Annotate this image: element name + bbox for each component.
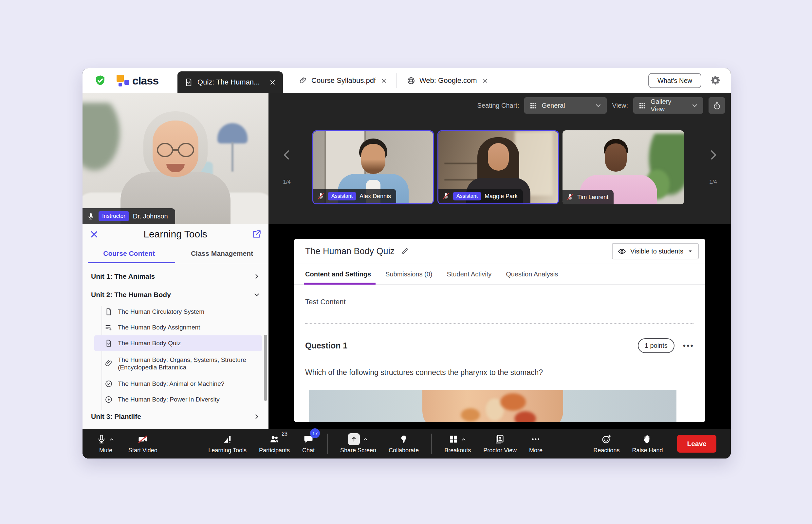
tab-question-analysis[interactable]: Question Analysis bbox=[506, 264, 558, 284]
share-screen-icon bbox=[348, 433, 360, 445]
toolbar-center-group: Learning Tools 23 Participants 17 bbox=[208, 433, 543, 454]
close-tab-icon[interactable] bbox=[482, 78, 488, 83]
tab-quiz[interactable]: Quiz: The Human... bbox=[178, 71, 283, 93]
chevron-up-icon[interactable] bbox=[363, 437, 368, 442]
page-indicator: 1/4 bbox=[283, 179, 291, 185]
close-panel-icon[interactable] bbox=[90, 230, 99, 239]
item-label: The Human Body: Organs, Systems, Structu… bbox=[118, 356, 249, 371]
question-menu-icon[interactable]: ••• bbox=[683, 342, 694, 350]
globe-icon bbox=[407, 77, 415, 85]
tab-quiz-label: Quiz: The Human... bbox=[197, 78, 260, 86]
visibility-label: Visible to students bbox=[630, 248, 683, 255]
learning-tools-panel: Learning Tools Course Content Class Mana… bbox=[83, 224, 268, 429]
quiz-panel-header: The Human Body Quiz Visible to students bbox=[294, 239, 705, 264]
whats-new-button[interactable]: What's New bbox=[648, 73, 701, 88]
instructor-name-bar: Instructor Dr. Johnson bbox=[83, 208, 175, 224]
reactions-button[interactable]: Reactions bbox=[593, 433, 619, 454]
proctor-view-button[interactable]: Proctor View bbox=[483, 433, 517, 454]
caret-down-icon bbox=[687, 249, 693, 254]
instructor-video[interactable]: Instructor Dr. Johnson bbox=[83, 93, 268, 224]
attachment-icon bbox=[105, 360, 113, 367]
seating-chart-label: Seating Chart: bbox=[477, 102, 519, 109]
toolbar-left-group: Mute Start Video bbox=[97, 433, 158, 454]
panel-scrollbar[interactable] bbox=[264, 335, 267, 401]
course-content-list: Unit 1: The Animals Unit 2: The Human Bo… bbox=[83, 263, 268, 429]
unit-row-human-body[interactable]: Unit 2: The Human Body bbox=[83, 285, 268, 304]
mic-muted-icon bbox=[442, 193, 450, 200]
chevron-right-icon bbox=[253, 273, 260, 280]
chat-unread-badge: 17 bbox=[310, 428, 320, 438]
tab-course-content[interactable]: Course Content bbox=[83, 244, 176, 263]
seating-chart-dropdown[interactable]: General bbox=[524, 97, 607, 114]
dotted-divider bbox=[305, 323, 694, 324]
view-dropdown[interactable]: Gallery View bbox=[633, 97, 703, 114]
tab-content-settings[interactable]: Content and Settings bbox=[305, 264, 371, 284]
list-item-circulatory[interactable]: The Human Circulatory System bbox=[83, 304, 268, 320]
popout-icon[interactable] bbox=[252, 230, 261, 239]
mic-muted-icon bbox=[317, 193, 325, 200]
instructor-badge: Instructor bbox=[99, 211, 129, 221]
leave-button[interactable]: Leave bbox=[677, 435, 716, 453]
video-tile-maggie[interactable]: Assistant Maggie Park bbox=[437, 130, 559, 204]
list-item-organs[interactable]: The Human Body: Organs, Systems, Structu… bbox=[83, 351, 268, 376]
list-item-quiz-selected[interactable]: The Human Body Quiz bbox=[94, 335, 262, 351]
edit-title-pencil-icon[interactable] bbox=[400, 247, 409, 256]
start-video-button[interactable]: Start Video bbox=[128, 433, 158, 454]
view-label: View: bbox=[612, 102, 628, 109]
close-tab-icon[interactable] bbox=[269, 79, 276, 85]
video-tile-alex[interactable]: Assistant Alex Dennis bbox=[312, 130, 434, 204]
unit-row-plantlife[interactable]: Unit 3: Plantlife bbox=[83, 407, 268, 426]
chevron-down-icon bbox=[692, 102, 698, 109]
tab-student-activity[interactable]: Student Activity bbox=[447, 264, 492, 284]
breakouts-button[interactable]: Breakouts bbox=[444, 433, 471, 454]
next-page-icon[interactable] bbox=[707, 148, 719, 162]
previous-page-icon[interactable] bbox=[281, 148, 293, 162]
tab-syllabus[interactable]: Course Syllabus.pdf bbox=[292, 68, 394, 93]
chevron-up-icon[interactable] bbox=[461, 437, 467, 442]
chevron-up-icon[interactable] bbox=[109, 437, 115, 442]
list-item-power-diversity[interactable]: The Human Body: Power in Diversity bbox=[83, 392, 268, 407]
quiz-body: Test Content Question 1 1 points ••• Whi… bbox=[294, 284, 705, 422]
learning-tools-icon bbox=[222, 434, 232, 444]
quiz-title: The Human Body Quiz bbox=[305, 246, 395, 257]
mute-button[interactable]: Mute bbox=[97, 433, 115, 454]
toolbar-divider bbox=[327, 433, 328, 454]
unit-3-label: Unit 3: Plantlife bbox=[91, 413, 141, 421]
toolbar-right-group: Reactions Raise Hand Leave bbox=[593, 433, 716, 454]
points-badge: 1 points bbox=[638, 338, 675, 353]
participant-name: Tim Laurent bbox=[577, 194, 608, 201]
class-logo-mark bbox=[117, 73, 130, 88]
toolbar-divider bbox=[431, 433, 432, 454]
unit-row-animals[interactable]: Unit 1: The Animals bbox=[83, 267, 268, 285]
instructor-name: Dr. Johnson bbox=[133, 213, 168, 220]
share-screen-button[interactable]: Share Screen bbox=[340, 433, 376, 454]
chevron-down-icon bbox=[595, 102, 601, 109]
list-item-assignment[interactable]: The Human Body Assignment bbox=[83, 320, 268, 335]
settings-gear-icon[interactable] bbox=[710, 75, 721, 86]
collaborate-button[interactable]: Collaborate bbox=[388, 433, 419, 454]
assignment-icon bbox=[105, 324, 113, 331]
app-window: class Quiz: The Human... Course Syllabus… bbox=[83, 68, 731, 459]
participants-button[interactable]: 23 Participants bbox=[259, 433, 290, 454]
learning-tools-button[interactable]: Learning Tools bbox=[208, 433, 247, 454]
tab-class-management[interactable]: Class Management bbox=[176, 244, 268, 263]
list-item-animal-machine[interactable]: The Human Body: Animal or Machine? bbox=[83, 376, 268, 392]
instructor-photo bbox=[83, 93, 268, 224]
main-area: Instructor Dr. Johnson Learning Tools Co… bbox=[83, 93, 731, 429]
timer-button[interactable] bbox=[709, 97, 725, 114]
page-indicator: 1/4 bbox=[709, 179, 717, 185]
close-tab-icon[interactable] bbox=[381, 78, 387, 83]
participant-name: Maggie Park bbox=[484, 193, 518, 200]
chat-button[interactable]: 17 Chat bbox=[302, 433, 315, 454]
raised-hand-icon bbox=[643, 434, 652, 444]
tile-name-bar: Assistant Maggie Park bbox=[438, 189, 523, 203]
item-label: The Human Body: Power in Diversity bbox=[118, 396, 219, 403]
tab-web[interactable]: Web: Google.com bbox=[400, 68, 495, 93]
tab-submissions[interactable]: Submissions (0) bbox=[385, 264, 432, 284]
raise-hand-button[interactable]: Raise Hand bbox=[632, 433, 663, 454]
breakouts-grid-icon bbox=[449, 435, 458, 444]
item-label: The Human Body Quiz bbox=[118, 340, 181, 347]
visibility-dropdown-button[interactable]: Visible to students bbox=[612, 243, 699, 259]
more-button[interactable]: More bbox=[529, 433, 543, 454]
video-tile-tim[interactable]: Tim Laurent bbox=[563, 130, 684, 204]
